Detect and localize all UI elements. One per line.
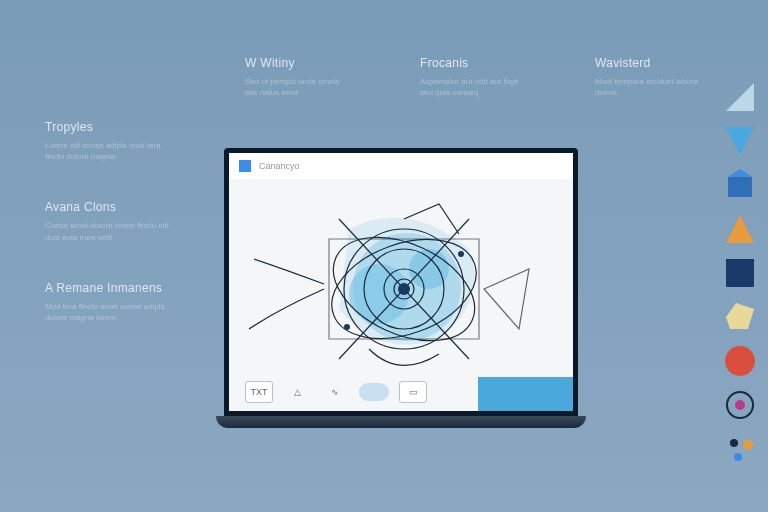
laptop-mockup: Canancyo [224,148,594,463]
feature-wavisterd: Wavisterd Modi tempora incidunt labore d… [595,56,700,98]
palette-swatch[interactable] [718,251,762,295]
palette-swatch[interactable] [718,295,762,339]
svg-point-23 [735,400,745,410]
feature-remane-inmanens: A Remane Inmanens Mod tera finctu amet c… [45,281,200,323]
app-window: Canancyo [229,153,573,411]
feature-title: A Remane Inmanens [45,281,200,295]
svg-point-11 [398,283,410,295]
svg-marker-14 [726,83,754,111]
feature-frocanis: Frocanis Aspernatur aut odit aut fugit s… [420,56,525,98]
palette-swatch[interactable] [718,119,762,163]
palette-swatch[interactable] [718,163,762,207]
feature-body: Mod tera finctu amet conse adipis dolore… [45,301,175,323]
top-feature-row: W Witiny Sed ut perspic unde omnis iste … [245,56,700,98]
feature-title: Tropyles [45,120,200,134]
palette-swatch[interactable] [718,207,762,251]
feature-title: Frocanis [420,56,525,70]
svg-marker-15 [726,127,754,155]
svg-marker-17 [728,169,752,177]
svg-rect-19 [726,259,754,287]
svg-rect-16 [728,177,752,197]
color-palette [718,75,762,471]
tool-oval-button[interactable] [359,383,389,401]
app-logo-icon [239,160,251,172]
feature-body: Aspernatur aut odit aut fugit sed quia c… [420,76,525,98]
svg-point-13 [344,324,350,330]
feature-body: Conse amet dolore lorem finctu elit duis… [45,220,175,242]
feature-body: Sed ut perspic unde omnis iste natus err… [245,76,350,98]
tool-curve-button[interactable]: ∿ [321,381,349,403]
tool-triangle-button[interactable]: △ [283,381,311,403]
bottom-toolbar: TXT △ ∿ ▭ [245,381,427,403]
left-feature-column: Tropyles Lorem elit conse adipis mod ter… [45,120,200,323]
feature-title: W Witiny [245,56,350,70]
svg-marker-20 [726,303,754,329]
palette-swatch[interactable] [718,383,762,427]
svg-point-25 [743,440,753,450]
svg-point-21 [725,346,755,376]
palette-swatch[interactable] [718,339,762,383]
feature-body: Lorem elit conse adipis mod tera finctu … [45,140,175,162]
app-titlebar: Canancyo [229,153,573,179]
tool-text-button[interactable]: TXT [245,381,273,403]
feature-title: Avana Clons [45,200,200,214]
bottom-right-panel[interactable] [478,377,573,411]
feature-witiny: W Witiny Sed ut perspic unde omnis iste … [245,56,350,98]
app-tab-label: Canancyo [259,161,300,171]
screen-frame: Canancyo [224,148,578,416]
svg-marker-18 [726,215,754,243]
svg-point-24 [730,439,738,447]
svg-point-12 [458,251,464,257]
palette-swatch[interactable] [718,75,762,119]
tool-rect-button[interactable]: ▭ [399,381,427,403]
svg-point-26 [734,453,742,461]
palette-swatch[interactable] [718,427,762,471]
feature-avana-clons: Avana Clons Conse amet dolore lorem finc… [45,200,200,242]
feature-tropyles: Tropyles Lorem elit conse adipis mod ter… [45,120,200,162]
feature-body: Modi tempora incidunt labore dolore [595,76,700,98]
laptop-base [216,416,586,428]
feature-title: Wavisterd [595,56,700,70]
